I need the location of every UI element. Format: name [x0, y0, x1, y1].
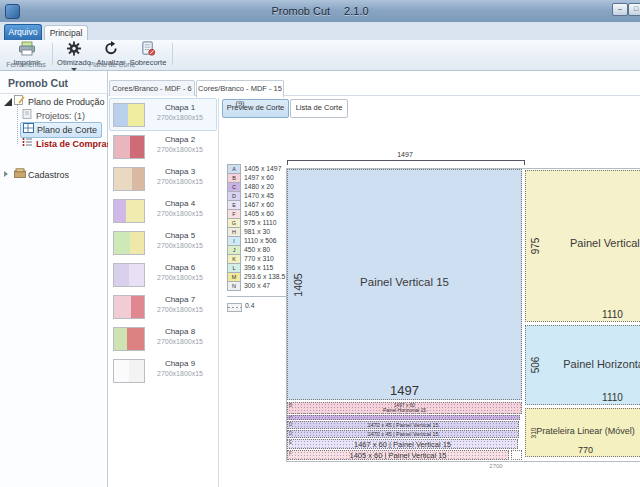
strip-1405x60[interactable]: F 1405 x 60 | Painel Vertical 15 [287, 450, 509, 460]
expander-closed-icon[interactable] [4, 171, 8, 177]
window-title-text: Promob Cut [271, 5, 330, 17]
legend-dims: 300 x 47 [244, 282, 270, 289]
sheet-item-chapa-1[interactable]: Chapa 12700x1800x15 [109, 98, 217, 131]
sheet-thumbnail [113, 103, 145, 127]
cut-plan-icon [23, 123, 34, 133]
ribbon-separator [172, 43, 173, 65]
piece-bottom-dimension: 1110 [526, 309, 640, 320]
sheet-item-chapa-4[interactable]: Chapa 42700x1800x15 [109, 194, 217, 227]
sheet-dims: 2700x1800x15 [146, 114, 214, 121]
strip-dims: 1405 x 60 | Painel Vertical 15 [349, 451, 446, 460]
sidebar-item-label: Plano de Produção [28, 97, 105, 107]
doc-tab-mdf-15[interactable]: Cores/Branco - MDF - 15 (9) [196, 80, 284, 98]
piece-bottom-dimension: 1110 [526, 392, 640, 403]
window-title: Promob Cut2.1.0 [0, 0, 640, 22]
sheet-item-chapa-7[interactable]: Chapa 72700x1800x15 [109, 290, 217, 323]
sheet-item-chapa-6[interactable]: Chapa 62700x1800x15 [109, 258, 217, 291]
sidebar-separator [0, 93, 107, 94]
ribbon-tab-strip [0, 22, 640, 40]
legend-separator [227, 296, 291, 297]
sheet-dims: 2700x1800x15 [146, 210, 214, 217]
sidebar-title: Promob Cut [8, 77, 68, 89]
piece-name: Painel Vertical 15 [526, 237, 640, 249]
sheet-name: Chapa 1 [146, 103, 214, 112]
sheet-thumbnail [113, 263, 145, 287]
sheet-item-chapa-2[interactable]: Chapa 22700x1800x15 [109, 130, 217, 163]
legend-dims: 1497 x 60 [244, 174, 274, 181]
maximize-button[interactable]: □ [628, 3, 640, 16]
sheet-dims: 2700x1800x15 [146, 370, 214, 377]
legend-dims: 1405 x 60 [244, 210, 274, 217]
sheet-thumbnail [113, 199, 145, 223]
sidebar-item-lista-de-compras[interactable]: Lista de Compras [22, 137, 112, 150]
tab-principal[interactable]: Principal [44, 25, 88, 41]
legend-dims: 770 x 310 [244, 255, 274, 262]
legend-dims: 981 x 30 [244, 228, 270, 235]
projects-icon [22, 109, 33, 119]
sheet-dims: 2700x1800x15 [146, 146, 214, 153]
strip-dims: 1470 x 45 | Painel Vertical 15 [367, 431, 438, 437]
sheet-dims: 2700x1800x15 [146, 338, 214, 345]
legend-dims: 1480 x 20 [244, 183, 274, 190]
sidebar-item-projetos[interactable]: Projetos: (1) [22, 109, 85, 122]
strip-key: C [289, 416, 292, 420]
sheet-item-chapa-9[interactable]: Chapa 92700x1800x15 [109, 354, 217, 387]
production-plan-icon [14, 95, 25, 105]
sidebar-item-label: Lista de Compras [36, 139, 112, 149]
cut-list-button[interactable]: Lista de Corte [290, 99, 348, 118]
sidebar-item-cadastros[interactable]: Cadastros [4, 168, 69, 181]
piece-bottom-dimension: 1497 [288, 383, 521, 398]
sheet-name: Chapa 7 [146, 295, 214, 304]
sheet-thumbnail [113, 167, 145, 191]
sheet-list: Chapa 12700x1800x15 Chapa 22700x1800x15 … [108, 96, 219, 487]
sheet-thumbnail [113, 359, 145, 383]
strip-1470x45-b[interactable]: D 1470 x 45 | Painel Vertical 15 [287, 430, 519, 438]
sheet-name: Chapa 9 [146, 359, 214, 368]
strip-1480x20[interactable]: C [287, 415, 520, 420]
sheet-name: Chapa 5 [146, 231, 214, 240]
piece-name: Prateleira Linear (Móvel) [526, 426, 640, 436]
sheet-item-chapa-5[interactable]: Chapa 52700x1800x15 [109, 226, 217, 259]
sheet-thumbnail [113, 295, 145, 319]
expander-open-icon[interactable] [4, 98, 12, 106]
shopping-list-icon [22, 137, 33, 147]
piece-painel-vertical-15[interactable]: 1405 Painel Vertical 15 1497 [287, 169, 522, 400]
strip-1467x60[interactable]: E 1467 x 60 | Painel Vertical 15 [287, 439, 518, 449]
top-dimension-line [287, 160, 525, 165]
strip-dims: 1470 x 45 | Painel Vertical 15 [367, 422, 438, 428]
sheet-name: Chapa 6 [146, 263, 214, 272]
strip-name: Painel Horizontal 15 [383, 408, 426, 413]
strip-dims: 1467 x 60 | Painel Vertical 15 [354, 440, 451, 449]
printer-icon [6, 41, 48, 58]
sheet-dims: 2700x1800x15 [146, 306, 214, 313]
strip-offcut [511, 450, 522, 460]
title-bar: Promob Cut2.1.0 – □ [0, 0, 640, 23]
app-window: Promob Cut2.1.0 – □ Arquivo Principal Im… [0, 0, 640, 487]
preview-cut-button[interactable]: Preview de Corte [222, 99, 289, 118]
piece-prateleira-linear[interactable]: 310 Prateleira Linear (Móvel) 770 [525, 408, 640, 457]
sheet-item-chapa-8[interactable]: Chapa 82700x1800x15 [109, 322, 217, 355]
cut-sheet: 1405 Painel Vertical 15 1497 B 1497 x 60… [286, 168, 640, 462]
legend-chip: N [227, 281, 241, 291]
legend-dims: 975 x 1110 [244, 219, 277, 226]
sheet-item-chapa-3[interactable]: Chapa 32700x1800x15 [109, 162, 217, 195]
group-label-ferramentas: Ferramentas [0, 61, 52, 68]
legend-dims: 1470 x 45 [244, 192, 274, 199]
tab-arquivo[interactable]: Arquivo [4, 24, 42, 41]
tree-connector [17, 104, 18, 144]
strip-1470x45-a[interactable]: D 1470 x 45 | Painel Vertical 15 [287, 421, 519, 429]
top-dimension-label: 1497 [287, 151, 523, 158]
sidebar-item-plano-de-producao[interactable]: Plano de Produção [4, 95, 105, 108]
kerf-line-icon [227, 303, 242, 312]
legend-dims: 1110 x 506 [244, 237, 277, 244]
legend-dims: 293.6 x 138.5 [244, 273, 285, 280]
minimize-button[interactable]: – [612, 3, 628, 16]
piece-painel-horizontal-15[interactable]: 506 Painel Horizontal 15 1110 [525, 325, 640, 405]
sheet-dims: 2700x1800x15 [146, 242, 214, 249]
piece-painel-vertical-15-right[interactable]: 975 Painel Vertical 15 1110 [525, 170, 640, 322]
sidebar-item-plano-de-corte[interactable]: Plano de Corte [20, 122, 102, 138]
strip-painel-horizontal-15[interactable]: B 1497 x 60 Painel Horizontal 15 [287, 402, 522, 414]
sidebar-item-label: Cadastros [28, 170, 69, 180]
piece-bottom-dimension: 770 [526, 445, 640, 455]
legend-dims: 1405 x 1497 [244, 165, 281, 172]
